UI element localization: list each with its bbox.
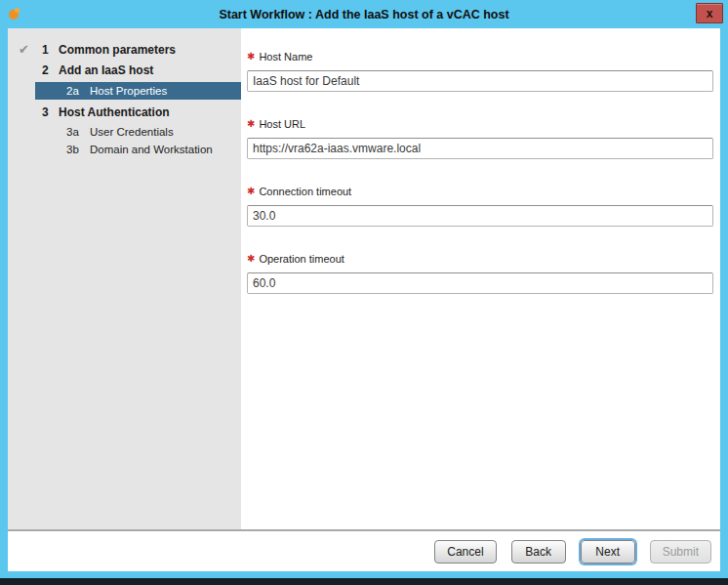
step-number: 2a <box>66 85 90 97</box>
window-border-bottom <box>0 571 728 578</box>
field-label: Host URL <box>259 118 305 130</box>
step-number: 3b <box>66 144 90 155</box>
step-number: 3a <box>66 126 90 138</box>
dialog-content: ✔ 1 Common parameters 2 Add an IaaS host… <box>8 28 720 529</box>
step-label: Host Properties <box>90 85 167 97</box>
field-label-row: ✱ Host Name <box>247 51 713 63</box>
step-number: 2 <box>42 63 59 77</box>
cancel-button[interactable]: Cancel <box>434 540 496 564</box>
form-field-operation-timeout: ✱ Operation timeout <box>247 253 713 294</box>
orchestrator-logo-icon <box>9 10 19 20</box>
form-field-host-name: ✱ Host Name <box>247 51 713 92</box>
form-field-connection-timeout: ✱ Connection timeout <box>247 186 713 227</box>
field-label-row: ✱ Operation timeout <box>247 253 713 265</box>
host-name-input[interactable] <box>247 70 713 92</box>
sidebar-step-1-common-parameters[interactable]: ✔ 1 Common parameters <box>8 41 241 58</box>
connection-timeout-input[interactable] <box>247 205 713 227</box>
bottom-dark-strip <box>0 578 728 585</box>
button-bar: CancelBackNextSubmit <box>8 531 720 571</box>
field-label-row: ✱ Host URL <box>247 118 713 130</box>
step-label: Add an IaaS host <box>59 63 153 77</box>
completed-check-icon: ✔ <box>19 42 29 57</box>
step-number: 1 <box>42 43 59 57</box>
title-bar: Start Workflow : Add the IaaS host of a … <box>0 0 728 28</box>
operation-timeout-input[interactable] <box>247 272 713 294</box>
back-button[interactable]: Back <box>511 540 566 564</box>
next-button[interactable]: Next <box>581 540 635 564</box>
sidebar-step-2a-host-properties[interactable]: 2a Host Properties <box>35 82 241 100</box>
step-number: 3 <box>42 105 59 119</box>
dialog-title: Start Workflow : Add the IaaS host of a … <box>39 8 689 21</box>
workflow-steps-sidebar: ✔ 1 Common parameters 2 Add an IaaS host… <box>8 28 241 529</box>
required-asterisk-icon: ✱ <box>247 254 255 264</box>
field-label: Operation timeout <box>259 253 344 265</box>
start-workflow-dialog: Start Workflow : Add the IaaS host of a … <box>0 0 728 585</box>
form-panel: ✱ Host Name ✱ Host URL ✱ Connection time… <box>241 28 720 529</box>
sidebar-step-3-host-authentication[interactable]: 3 Host Authentication <box>8 104 241 120</box>
sidebar-step-3a-user-credentials[interactable]: 3a User Credentials <box>8 124 241 140</box>
required-asterisk-icon: ✱ <box>247 119 255 129</box>
sidebar-step-3b-domain-and-workstation[interactable]: 3b Domain and Workstation <box>8 142 241 157</box>
required-asterisk-icon: ✱ <box>247 187 255 196</box>
submit-button: Submit <box>650 540 711 564</box>
step-label: User Credentials <box>90 126 174 138</box>
close-button[interactable]: x <box>696 3 723 23</box>
field-label: Connection timeout <box>259 186 351 197</box>
form-field-host-url: ✱ Host URL <box>247 118 713 159</box>
sidebar-step-2-add-an-iaas-host[interactable]: 2 Add an IaaS host <box>8 62 241 78</box>
step-label: Common parameters <box>59 43 176 57</box>
host-url-input[interactable] <box>247 138 713 159</box>
field-label: Host Name <box>259 51 312 63</box>
required-asterisk-icon: ✱ <box>247 52 255 62</box>
step-label: Domain and Workstation <box>90 144 213 155</box>
field-label-row: ✱ Connection timeout <box>247 186 713 197</box>
step-label: Host Authentication <box>59 105 170 119</box>
dialog-frame: ✔ 1 Common parameters 2 Add an IaaS host… <box>0 28 728 571</box>
